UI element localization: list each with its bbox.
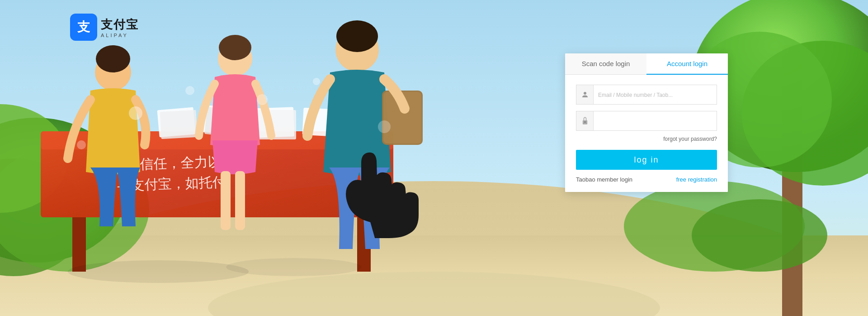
- svg-point-40: [129, 106, 142, 120]
- svg-rect-19: [160, 110, 197, 139]
- alipay-icon-char: 支: [77, 19, 90, 36]
- tab-scan-code[interactable]: Scan code login: [565, 53, 646, 75]
- svg-rect-36: [382, 91, 423, 145]
- svg-text:—支付宝，如托付: —支付宝，如托付: [117, 174, 226, 193]
- svg-point-45: [378, 120, 391, 133]
- svg-rect-31: [227, 97, 234, 107]
- username-input-group: [576, 85, 717, 105]
- svg-text:为你的信任，全力以赴: 为你的信任，全力以赴: [99, 153, 235, 173]
- svg-point-42: [257, 94, 268, 105]
- taobao-login-link[interactable]: Taobao member login: [576, 176, 632, 183]
- forgot-password-link[interactable]: forgot your password?: [663, 136, 717, 142]
- svg-point-48: [584, 121, 585, 123]
- svg-rect-18: [157, 107, 196, 138]
- svg-rect-37: [383, 92, 421, 144]
- login-button[interactable]: log in: [576, 150, 717, 170]
- svg-rect-20: [203, 105, 241, 134]
- alipay-name-chinese: 支付宝: [101, 17, 139, 33]
- svg-rect-22: [253, 107, 294, 138]
- svg-point-44: [77, 140, 86, 149]
- login-tabs: Scan code login Account login: [565, 53, 728, 75]
- login-form-body: forgot your password? log in Taobao memb…: [565, 75, 728, 192]
- bg-ground: [0, 203, 868, 316]
- svg-point-46: [584, 92, 586, 95]
- password-input[interactable]: [594, 111, 717, 130]
- login-panel: Scan code login Account login: [565, 53, 728, 192]
- login-footer: Taobao member login free registration: [576, 176, 717, 183]
- svg-rect-23: [255, 110, 296, 139]
- alipay-icon: 支: [70, 14, 97, 41]
- svg-rect-15: [41, 131, 393, 149]
- svg-rect-21: [204, 107, 243, 138]
- forgot-password-row: forgot your password?: [576, 134, 717, 143]
- alipay-logo: 支 支付宝 ALIPAY: [70, 14, 139, 41]
- free-registration-link[interactable]: free registration: [676, 176, 717, 183]
- tab-account-login[interactable]: Account login: [646, 53, 728, 75]
- alipay-name-english: ALIPAY: [101, 33, 139, 38]
- svg-point-7: [0, 104, 68, 213]
- svg-rect-24: [302, 108, 342, 137]
- user-icon: [576, 85, 594, 104]
- password-input-group: [576, 111, 717, 131]
- alipay-text: 支付宝 ALIPAY: [101, 17, 139, 38]
- username-input[interactable]: [594, 85, 717, 104]
- lock-icon: [576, 111, 594, 130]
- background: 为你的信任，全力以赴 —支付宝，如托付: [0, 0, 868, 316]
